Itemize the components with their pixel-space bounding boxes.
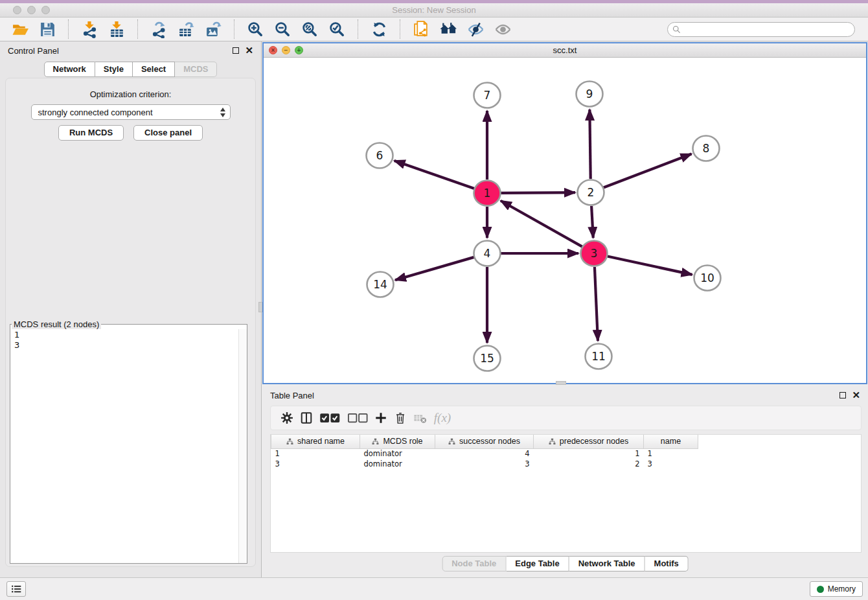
- import-network-icon[interactable]: [79, 19, 100, 39]
- close-table-panel-icon[interactable]: ✕: [852, 392, 860, 398]
- select-all-icon[interactable]: [316, 408, 344, 428]
- graph-node-label: 8: [703, 142, 710, 155]
- export-table-icon[interactable]: [176, 19, 196, 39]
- graph-node-6[interactable]: 6: [367, 143, 393, 168]
- float-panel-icon[interactable]: [233, 47, 239, 54]
- select-stepper-icon: [220, 108, 225, 117]
- close-panel-button[interactable]: Close panel: [133, 125, 203, 141]
- result-scrollbar[interactable]: [238, 329, 247, 563]
- search-input[interactable]: [684, 25, 850, 34]
- open-session-icon[interactable]: [10, 19, 30, 39]
- graph-edge-2-3[interactable]: [591, 206, 593, 238]
- graph-edge-3-10[interactable]: [608, 256, 692, 274]
- network-window-titlebar[interactable]: × − + scc.txt: [264, 43, 866, 58]
- network-graph: 1234678910111415: [264, 58, 866, 383]
- graph-node-4[interactable]: 4: [474, 241, 501, 266]
- column-header-predecessor-nodes[interactable]: predecessor nodes: [534, 435, 644, 448]
- hide-selected-icon[interactable]: [465, 19, 486, 39]
- table-row[interactable]: 3dominator323: [271, 459, 698, 469]
- zoom-in-icon[interactable]: [245, 19, 266, 39]
- delete-column-icon[interactable]: [391, 408, 410, 428]
- graph-node-label: 15: [480, 352, 494, 365]
- task-history-button[interactable]: [6, 581, 26, 597]
- graph-node-1[interactable]: 1: [474, 181, 501, 206]
- export-image-icon[interactable]: [203, 19, 223, 39]
- tab-select[interactable]: Select: [133, 62, 175, 77]
- window-title: Session: New Session: [0, 5, 868, 15]
- tab-network-table[interactable]: Network Table: [569, 556, 645, 571]
- column-header-name[interactable]: name: [644, 435, 698, 448]
- new-network-from-selection-icon[interactable]: [411, 19, 431, 39]
- graph-node-label: 3: [591, 247, 598, 260]
- graph-node-11[interactable]: 11: [586, 344, 612, 369]
- graph-edge-4-14[interactable]: [395, 257, 474, 280]
- table-cell[interactable]: dominator: [360, 459, 435, 469]
- zoom-out-icon[interactable]: [272, 19, 293, 39]
- graph-node-label: 7: [484, 89, 491, 102]
- tab-node-table[interactable]: Node Table: [442, 556, 506, 571]
- graph-node-9[interactable]: 9: [577, 82, 603, 107]
- graph-node-3[interactable]: 3: [581, 241, 608, 266]
- horizontal-split-grip[interactable]: [556, 381, 566, 385]
- first-neighbors-icon[interactable]: [438, 19, 459, 39]
- tab-mcds[interactable]: MCDS: [175, 62, 217, 77]
- settings-icon[interactable]: [277, 408, 297, 428]
- mcds-result-title: MCDS result (2 nodes): [12, 319, 101, 329]
- export-network-icon[interactable]: [148, 19, 169, 39]
- run-mcds-button[interactable]: Run MCDS: [58, 125, 124, 141]
- add-column-icon[interactable]: [371, 408, 391, 428]
- column-header-successor-nodes[interactable]: successor nodes: [435, 435, 534, 448]
- columns-icon[interactable]: [297, 408, 316, 428]
- table-cell[interactable]: 2: [534, 459, 644, 469]
- show-all-icon[interactable]: [492, 19, 513, 39]
- import-table-icon[interactable]: [106, 19, 127, 39]
- table-cell[interactable]: 4: [435, 448, 534, 459]
- graph-node-label: 2: [588, 186, 595, 199]
- table-cell[interactable]: 1: [534, 448, 644, 459]
- tab-motifs[interactable]: Motifs: [645, 556, 689, 571]
- control-panel-title: Control Panel: [8, 46, 59, 56]
- zoom-fit-icon[interactable]: [299, 19, 320, 39]
- table-toolbar: f(x): [270, 406, 862, 430]
- close-panel-icon[interactable]: ✕: [245, 47, 253, 54]
- table-cell[interactable]: 3: [435, 459, 534, 469]
- table-cell[interactable]: 3: [644, 459, 698, 469]
- graph-edge-1-6[interactable]: [394, 161, 475, 189]
- toolbar-separator: [400, 19, 400, 39]
- graph-node-15[interactable]: 15: [474, 346, 501, 371]
- float-table-panel-icon[interactable]: [839, 392, 846, 398]
- table-row[interactable]: 1dominator411: [271, 448, 698, 459]
- graph-edge-3-1[interactable]: [501, 201, 582, 247]
- table-cell[interactable]: dominator: [360, 448, 435, 459]
- node-table-container: shared nameMCDS rolesuccessor nodesprede…: [270, 434, 862, 553]
- column-header-shared-name[interactable]: shared name: [271, 435, 360, 448]
- table-cell[interactable]: 3: [271, 459, 360, 469]
- tab-style[interactable]: Style: [95, 62, 133, 77]
- refresh-layout-icon[interactable]: [369, 19, 389, 39]
- table-cell[interactable]: 1: [271, 448, 360, 459]
- search-box[interactable]: [667, 22, 855, 37]
- graph-edge-2-8[interactable]: [604, 154, 692, 188]
- graph-node-7[interactable]: 7: [474, 83, 501, 108]
- network-canvas[interactable]: 1234678910111415: [264, 58, 866, 383]
- application-window: Session: New Session Control Panel ✕ Net…: [0, 0, 868, 600]
- graph-edge-1-2[interactable]: [501, 192, 575, 193]
- status-bar: Memory: [0, 577, 868, 600]
- column-header-MCDS-role[interactable]: MCDS role: [360, 435, 435, 448]
- deselect-all-icon[interactable]: [344, 408, 372, 428]
- optimization-criterion-select[interactable]: strongly connected component: [31, 104, 231, 120]
- graph-edge-2-9[interactable]: [589, 110, 590, 179]
- graph-node-10[interactable]: 10: [694, 266, 721, 291]
- table-cell[interactable]: 1: [644, 448, 698, 459]
- control-panel-tabs: Network Style Select MCDS: [44, 62, 218, 77]
- graph-node-2[interactable]: 2: [578, 180, 604, 205]
- graph-node-14[interactable]: 14: [367, 272, 394, 297]
- zoom-selected-icon[interactable]: [326, 19, 347, 39]
- tab-edge-table[interactable]: Edge Table: [506, 556, 569, 571]
- graph-edge-3-11[interactable]: [595, 267, 598, 341]
- tab-network[interactable]: Network: [44, 62, 95, 77]
- memory-button[interactable]: Memory: [810, 581, 863, 597]
- toolbar-separator: [68, 19, 69, 39]
- graph-node-8[interactable]: 8: [693, 136, 720, 161]
- save-session-icon[interactable]: [37, 19, 58, 39]
